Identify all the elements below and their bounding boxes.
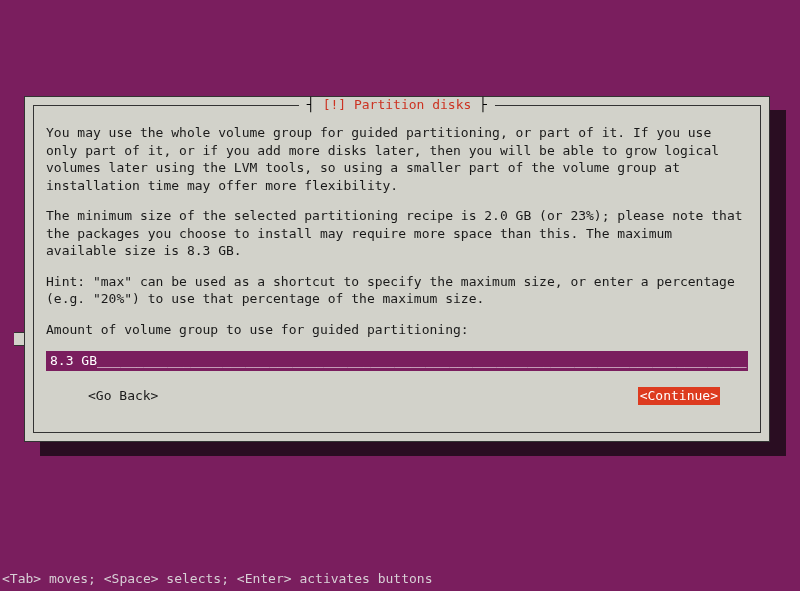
dialog-content: You may use the whole volume group for g… <box>34 106 760 415</box>
background-stub <box>14 332 24 346</box>
info-paragraph-3: Hint: "max" can be used as a shortcut to… <box>46 273 748 308</box>
info-paragraph-1: You may use the whole volume group for g… <box>46 124 748 194</box>
volume-size-value: 8.3 GB <box>50 353 97 368</box>
button-row: <Go Back> <Continue> <box>46 387 748 405</box>
dialog-frame: You may use the whole volume group for g… <box>33 105 761 433</box>
partition-dialog: ┤ [!] Partition disks ├ You may use the … <box>24 96 770 442</box>
info-paragraph-2: The minimum size of the selected partiti… <box>46 207 748 260</box>
dialog-title-box-open: ┤ <box>307 97 323 112</box>
dialog-title-text: Partition disks <box>354 97 471 112</box>
continue-button[interactable]: <Continue> <box>638 387 720 405</box>
volume-size-input[interactable]: 8.3 GB__________________________________… <box>46 351 748 371</box>
dialog-title-box-close: ├ <box>471 97 487 112</box>
input-underline-fill: ________________________________________… <box>97 353 747 368</box>
status-bar-hint: <Tab> moves; <Space> selects; <Enter> ac… <box>2 571 432 586</box>
go-back-button[interactable]: <Go Back> <box>88 387 158 405</box>
dialog-title: ┤ [!] Partition disks ├ <box>299 97 495 112</box>
input-prompt: Amount of volume group to use for guided… <box>46 321 748 339</box>
dialog-alert-mark: [!] <box>323 97 346 112</box>
